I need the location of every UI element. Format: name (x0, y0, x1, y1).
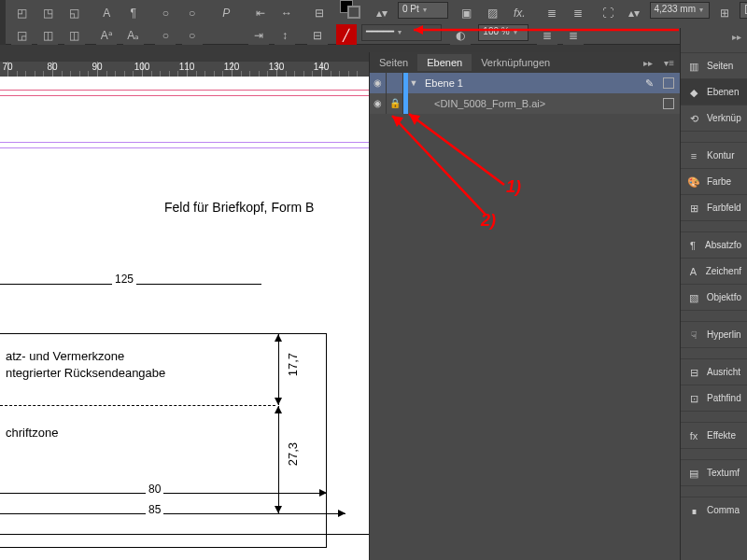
none-swatch-icon[interactable]: ╱ (336, 24, 357, 45)
stroke-weight-stepper[interactable]: ▴▾ (372, 2, 392, 22)
corner-3-icon[interactable]: ○ (155, 24, 176, 45)
guide-line (0, 95, 369, 96)
lock-toggle-icon[interactable] (387, 73, 403, 93)
document-canvas[interactable]: Feld für Briefkopf, Form B 125 atz- und … (0, 77, 369, 560)
sidebar-textumfluss[interactable]: ▤Textumf (681, 459, 747, 485)
edit-layer-icon[interactable]: ✎ (645, 77, 654, 90)
layer-name[interactable]: Ebene 1 (419, 77, 663, 89)
stroke-style-field[interactable]: ━━━━━ (361, 24, 442, 41)
horizontal-ruler[interactable]: 708090100110120130140 (0, 62, 369, 77)
sidebar-absatzformate[interactable]: ¶Absatzfo (681, 231, 747, 258)
fill-stroke-swap[interactable] (340, 0, 364, 21)
tab-ebenen[interactable]: Ebenen (417, 54, 472, 71)
tab-seiten[interactable]: Seiten (370, 54, 417, 71)
align-bot-icon[interactable]: ≣ (537, 24, 557, 45)
zone-text: atz- und Vermerkzone (6, 349, 124, 363)
sidebar-label: Objektfo (707, 292, 741, 302)
visibility-toggle-icon[interactable]: ◉ (370, 73, 387, 93)
crop-icon[interactable]: ⛶ (598, 2, 618, 22)
superscript-icon[interactable]: Aᵃ (96, 24, 117, 45)
lock-toggle-icon[interactable]: 🔒 (387, 93, 403, 114)
sidebar-hyperlinks-icon: ☟ (686, 328, 701, 343)
zoom-field[interactable]: 100 % (478, 24, 529, 41)
align-hc-icon[interactable]: ↔ (276, 2, 297, 22)
sidebar-pathfinder[interactable]: ⊡Pathfind (681, 385, 747, 411)
disclosure-triangle-icon[interactable]: ▼ (408, 78, 419, 88)
sidebar-verknuepfungen[interactable]: ⟲Verknüp (681, 105, 747, 131)
align-mid-icon[interactable]: ≣ (568, 2, 588, 22)
dimension-arrow (278, 406, 279, 513)
opacity-icon[interactable]: ◐ (450, 24, 471, 45)
sidebar-label: Hyperlin (707, 329, 741, 340)
sidebar-absatzformate-icon: ¶ (686, 238, 699, 253)
sidebar-farbe[interactable]: 🎨Farbe (681, 168, 747, 194)
sidebar-seiten[interactable]: ▥Seiten (681, 52, 747, 78)
anchor-x-icon[interactable]: ◫ (64, 24, 85, 45)
anchor-br-icon[interactable]: ◲ (11, 24, 32, 45)
sidebar-command[interactable]: ∎Comma (681, 497, 747, 523)
layer-name[interactable]: <DIN_5008_Form_B.ai> (429, 98, 663, 109)
sidebar-seiten-icon: ▥ (686, 59, 701, 74)
arrowhead-icon (338, 510, 345, 517)
sidebar-command-icon: ∎ (686, 503, 701, 518)
corner-1-icon[interactable]: ○ (155, 2, 176, 22)
sidebar-ausrichten[interactable]: ⊟Ausricht (681, 358, 747, 385)
sidebar-label: Pathfind (707, 393, 741, 403)
corner-2-icon[interactable]: ○ (182, 2, 203, 22)
anchor-c-icon[interactable]: ◫ (37, 24, 58, 45)
align-hr-icon[interactable]: ⇥ (248, 24, 269, 45)
control-toolbar: ◰ ◳ ◱ A ¶ ○ ○ P ⇤ ↔ ⊟ ▴▾ 0 Pt ▣ ▨ fx. (0, 0, 747, 45)
guide-line (0, 142, 369, 143)
sidebar-farbfelder[interactable]: ⊞Farbfeld (681, 194, 747, 220)
measure-stepper[interactable]: ▴▾ (624, 2, 644, 22)
sidebar-effekte-icon: fx (686, 428, 701, 443)
align-just-icon[interactable]: ≣ (563, 24, 584, 45)
sidebar-objektformate[interactable]: ▧Objektfo (681, 284, 747, 310)
layer-row-child[interactable]: ◉ 🔒 <DIN_5008_Form_B.ai> (370, 93, 680, 114)
dimension-line (0, 534, 369, 535)
drop-shadow-icon[interactable]: ▨ (483, 2, 503, 22)
sidebar-effekte[interactable]: fxEffekte (681, 422, 747, 448)
corner-4-icon[interactable]: ○ (182, 24, 203, 45)
panel-menu-icon[interactable]: ▾≡ (658, 58, 680, 68)
tab-verknuepfungen[interactable]: Verknüpfungen (472, 54, 559, 71)
sidebar-hyperlinks[interactable]: ☟Hyperlin (681, 321, 747, 347)
panel-collapse-icon[interactable]: ▸▸ (638, 58, 658, 68)
effects-icon[interactable]: fx. (509, 2, 529, 22)
align-top-icon[interactable]: ≣ (542, 2, 562, 22)
dimension-label: 80 (146, 483, 163, 496)
text-wrap-icon[interactable]: ▣ (456, 2, 476, 22)
distribute-2-icon[interactable]: ⊟ (307, 24, 328, 45)
para-panel-icon[interactable]: ¶ (123, 2, 144, 22)
sidebar-label: Comma (707, 505, 740, 515)
layer-select-proxy[interactable] (663, 98, 674, 109)
sidebar-label: Farbfeld (707, 203, 741, 213)
layer-color-icon (403, 93, 408, 114)
anchor-tr-icon[interactable]: ◳ (37, 2, 58, 22)
stroke-weight-field[interactable]: 0 Pt (398, 2, 448, 19)
subscript-icon[interactable]: Aₐ (123, 24, 144, 45)
frame-fit-icon[interactable]: ⊞ (714, 2, 735, 22)
paragraph-style-icon[interactable]: P (214, 2, 238, 22)
dimension-label: 85 (146, 503, 163, 516)
sidebar-ebenen-icon: ◆ (686, 85, 701, 100)
anchor-tl-icon[interactable]: ◰ (11, 2, 32, 22)
sidebar-ebenen[interactable]: ◆Ebenen (681, 78, 747, 105)
align-vc-icon[interactable]: ↕ (275, 24, 295, 45)
char-panel-icon[interactable]: A (96, 2, 117, 22)
align-hl-icon[interactable]: ⇤ (250, 2, 271, 22)
layer-row-main[interactable]: ◉ ▼ Ebene 1 ✎ (370, 73, 680, 93)
measure-field[interactable]: 4,233 mm (650, 2, 710, 19)
visibility-toggle-icon[interactable]: ◉ (370, 93, 387, 114)
sidebar-zeichenformate[interactable]: AZeichenf (681, 258, 747, 284)
dock-collapse-icon[interactable]: ▸▸ (732, 32, 741, 42)
layer-select-proxy[interactable] (663, 77, 674, 89)
anchor-bl-icon[interactable]: ◱ (64, 2, 85, 22)
sidebar-kontur[interactable]: ≡Kontur (681, 142, 747, 168)
sidebar-farbe-icon: 🎨 (686, 175, 701, 189)
object-style-field[interactable]: [Einfacher Grafikrahmen]+ (740, 2, 747, 19)
sidebar-zeichenformate-icon: A (686, 264, 700, 279)
distribute-icon[interactable]: ⊟ (309, 2, 330, 22)
sidebar-label: Seiten (707, 61, 733, 71)
dimension-label: 17,7 (286, 353, 300, 376)
